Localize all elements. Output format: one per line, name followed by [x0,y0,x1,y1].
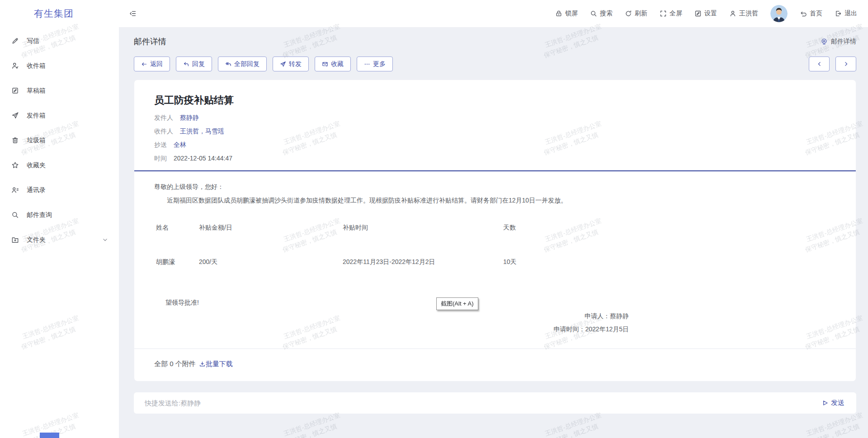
prev-email-button[interactable] [809,57,830,71]
greeting-text: 尊敬的上级领导，您好： [154,182,836,191]
app-logo: 有生集团 [0,7,119,20]
taskbar-fragment [40,433,59,438]
sidebar-item-favorites[interactable]: 收藏夹 [0,153,119,178]
search-icon [590,10,597,17]
sent-icon [11,112,19,119]
sidebar-item-folders[interactable]: 文件夹 [0,227,119,252]
home-back-icon [800,10,807,17]
chevron-left-icon [816,61,822,67]
sender-link[interactable]: 蔡静静 [180,114,199,121]
sidebar-item-compose[interactable]: 写信 [0,28,119,53]
reply-all-button[interactable]: 全部回复 [218,57,267,71]
table-header-cell: 补贴时间 [343,223,503,232]
back-button[interactable]: 返回 [134,57,170,71]
email-from-row: 发件人蔡静静 [154,111,836,124]
to-label: 收件人 [154,127,173,135]
reply-all-icon [225,61,231,67]
applicant-label: 申请人： [585,312,610,320]
email-card: 员工防疫补贴结算 发件人蔡静静 收件人王洪哲，马雪瑶 抄送全林 时间2022-1… [134,80,856,381]
lock-icon [555,10,562,17]
current-user-button[interactable]: 王洪哲 [729,9,758,18]
sidebar-item-label: 写信 [27,37,39,45]
table-cell: 2022年11月23日-2022年12月2日 [343,257,503,266]
table-cell: 10天 [503,257,563,266]
search-button[interactable]: 搜索 [590,9,613,18]
favorite-button[interactable]: 收藏 [315,57,351,71]
logout-button[interactable]: 退出 [835,9,857,18]
folder-plus-icon [11,236,19,244]
drafts-icon [11,87,19,94]
attachments-bar: 全部 0 个附件 批量下载 [134,349,856,381]
breadcrumb: 邮件详情 [821,38,856,46]
sidebar-item-inbox[interactable]: 收件箱 [0,53,119,78]
email-subject: 员工防疫补贴结算 [154,94,836,107]
refresh-icon [625,10,632,17]
time-label: 时间 [154,155,167,162]
send-label: 发送 [831,399,844,407]
home-label: 首页 [810,9,822,18]
logout-icon [835,10,842,17]
top-header: 有生集团 锁屏 搜索 刷新 全屏 设置 王洪哲 [0,0,868,27]
back-icon [141,61,147,67]
mail-search-icon [11,211,19,219]
table-header-row: 姓名 补贴金额/日 补贴时间 天数 [156,223,563,232]
closing-text: 望领导批准! [154,298,836,307]
batch-download-label: 批量下载 [206,360,233,368]
sidebar-item-trash[interactable]: 垃圾箱 [0,128,119,153]
contacts-icon [11,186,19,194]
sidebar-collapse-button[interactable] [129,10,137,17]
recipients-link[interactable]: 王洪哲，马雪瑶 [180,127,224,135]
email-pager [809,57,856,71]
forward-button[interactable]: 转发 [273,57,309,71]
avatar[interactable] [770,5,788,22]
search-label: 搜索 [600,9,613,18]
compose-icon [11,37,19,45]
settings-button[interactable]: 设置 [694,9,717,18]
home-button[interactable]: 首页 [800,9,822,18]
chevron-right-icon [843,61,849,67]
cc-link[interactable]: 全林 [174,141,186,148]
sidebar-item-contacts[interactable]: 通讯录 [0,178,119,203]
trash-icon [11,137,19,144]
applicant-name: 蔡静静 [610,312,629,320]
body-paragraph: 近期福田区数据团队成员胡鹏濠被抽调沙头街道参加疫情数据处理工作。现根据防疫补贴标… [154,196,836,205]
screenshot-tooltip: 截图(Alt + A) [436,297,478,310]
back-label: 返回 [150,60,163,68]
fullscreen-button[interactable]: 全屏 [660,9,682,18]
sidebar-item-label: 垃圾箱 [27,137,46,145]
more-button[interactable]: 更多 [357,57,393,71]
from-label: 发件人 [154,114,173,121]
email-time: 2022-12-05 14:44:47 [174,155,232,162]
sidebar-item-sent[interactable]: 发件箱 [0,103,119,128]
sidebar-item-mail-search[interactable]: 邮件查询 [0,203,119,227]
lockscreen-label: 锁屏 [565,9,578,18]
sidebar-item-label: 通讯录 [27,186,46,194]
favorite-mail-icon [322,61,328,67]
lockscreen-button[interactable]: 锁屏 [555,9,578,18]
sidebar-item-label: 收件箱 [27,62,46,70]
user-name-label: 王洪哲 [739,9,758,18]
table-cell: 胡鹏濠 [156,257,199,266]
refresh-button[interactable]: 刷新 [625,9,647,18]
main-content: 邮件详情 邮件详情 返回 回复 全部回复 [119,27,868,438]
header-toolbar: 锁屏 搜索 刷新 全屏 设置 王洪哲 [555,5,868,22]
reply-label: 回复 [192,60,205,68]
settings-label: 设置 [704,9,717,18]
batch-download-link[interactable]: 批量下载 [199,360,233,368]
download-icon [199,361,206,367]
favorite-label: 收藏 [331,60,344,68]
page-title: 邮件详情 [134,36,166,47]
table-row: 胡鹏濠 200/天 2022年11月23日-2022年12月2日 10天 [156,257,563,266]
sidebar-item-drafts[interactable]: 草稿箱 [0,78,119,103]
sidebar: 写信 收件箱 草稿箱 发件箱 垃圾箱 收藏夹 通讯录 邮件查询 [0,27,119,438]
send-button[interactable]: 发送 [822,399,844,407]
subsidy-table: 姓名 补贴金额/日 补贴时间 天数 胡鹏濠 200/天 2022年11月23日-… [156,223,563,266]
email-to-row: 收件人王洪哲，马雪瑶 [154,124,836,138]
inbox-icon [11,62,19,70]
fullscreen-label: 全屏 [670,9,682,18]
location-pin-icon [821,38,828,45]
next-email-button[interactable] [835,57,856,71]
reply-button[interactable]: 回复 [176,57,212,71]
email-body: 尊敬的上级领导，您好： 近期福田区数据团队成员胡鹏濠被抽调沙头街道参加疫情数据处… [134,171,856,342]
quick-send-input[interactable] [145,399,822,407]
